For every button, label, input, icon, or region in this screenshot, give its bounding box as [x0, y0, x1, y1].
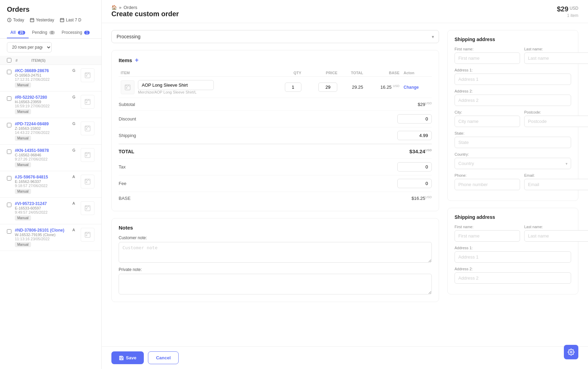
order-link[interactable]: #JS-59676-84815 [15, 175, 70, 179]
city-input[interactable] [455, 116, 520, 127]
order-link[interactable]: #VI-95723-31247 [15, 201, 70, 206]
discount-row: Discount [119, 110, 432, 127]
subtotal-row: Subtotal $29USD [119, 98, 432, 110]
price-cell [303, 77, 340, 98]
address2-input-2[interactable] [455, 272, 571, 284]
base-value: $16.25USD [411, 195, 432, 201]
state-input[interactable] [455, 137, 571, 148]
order-badge: Manual [15, 136, 31, 141]
order-link[interactable]: #KC-36689-28676 [15, 68, 70, 73]
save-button[interactable]: Save [111, 351, 144, 364]
today-filter[interactable]: Today [7, 18, 24, 22]
order-checkbox[interactable] [7, 96, 11, 101]
private-note-group: Private note: [119, 267, 432, 295]
table-row[interactable]: #JS-59676-84815 E-16562-96337 9:18:57 27… [0, 171, 101, 198]
order-date: 14:43:22 27/06/2022 [15, 130, 70, 135]
order-info: #RI-52292-57280 H-16563-23959 16:59:19 2… [15, 95, 70, 114]
order-checkbox[interactable] [7, 149, 11, 154]
table-row[interactable]: #PD-72244-08489 Z-16563-15802 14:43:22 2… [0, 118, 101, 145]
phone-label: Phone: [455, 173, 520, 177]
order-thumbnail [81, 122, 94, 135]
item-name-input[interactable] [138, 80, 214, 90]
first-name-input-2[interactable] [455, 230, 520, 242]
svg-point-18 [86, 182, 87, 183]
private-note-textarea[interactable] [119, 274, 432, 294]
table-row[interactable]: #RI-52292-57280 H-16563-23959 16:59:19 2… [0, 91, 101, 118]
order-link[interactable]: #PD-72244-08489 [15, 122, 70, 126]
address1-input[interactable] [455, 74, 571, 85]
rows-per-page-select[interactable]: 20 rows per page [7, 42, 52, 52]
address2-label-2: Address 2: [455, 267, 571, 271]
order-badge: Manual [15, 162, 31, 167]
email-label: Email: [524, 173, 588, 177]
tab-processing[interactable]: Processing 1 [58, 27, 93, 38]
first-name-group-2: First name: [455, 225, 520, 242]
tab-all-badge: 25 [18, 31, 25, 35]
order-link[interactable]: #ND-37806-26101 (Clone) [15, 228, 70, 233]
order-badge: Manual [15, 189, 31, 194]
postcode-input[interactable] [524, 116, 588, 127]
country-select[interactable]: Country [455, 158, 571, 169]
table-row[interactable]: #ND-37806-26101 (Clone) W-16532-79195 (C… [0, 224, 101, 251]
svg-rect-25 [120, 358, 122, 359]
first-name-input[interactable] [455, 52, 520, 64]
add-item-button[interactable]: + [135, 57, 139, 64]
table-row[interactable]: #VI-95723-31247 E-16533-60597 9:49:57 24… [0, 198, 101, 224]
yesterday-filter[interactable]: Yesterday [30, 18, 54, 22]
base-label: BASE [119, 196, 131, 201]
table-row[interactable]: #KC-36689-28676 O-16563-24751 17:12:31 2… [0, 65, 101, 91]
qty-input[interactable] [285, 82, 301, 92]
last7-filter[interactable]: Last 7 D [60, 18, 81, 22]
settings-fab[interactable] [564, 345, 578, 359]
order-checkbox[interactable] [7, 229, 11, 234]
discount-label: Discount [119, 116, 136, 122]
order-id: W-16532-79195 (Clone) [15, 233, 70, 237]
tab-inproc[interactable]: In Proc [93, 27, 94, 38]
order-thumbnail [81, 228, 94, 242]
address1-label: Address 1: [455, 68, 571, 72]
tax-row: Tax [119, 158, 432, 175]
order-checkbox[interactable] [7, 70, 11, 74]
order-link[interactable]: #RI-52292-57280 [15, 95, 70, 100]
order-id: Z-16563-15802 [15, 126, 70, 130]
change-item-button[interactable]: Change [403, 85, 419, 90]
last-name-input[interactable] [524, 52, 588, 64]
phone-email-row: Phone: Email: [455, 173, 571, 190]
sidebar-header: Orders Today Yesterday Last 7 D All 25 P… [0, 0, 101, 39]
subtotal-label: Subtotal [119, 102, 135, 107]
tab-pending[interactable]: Pending 0 [29, 27, 58, 38]
fee-input[interactable] [397, 179, 432, 188]
phone-input[interactable] [455, 179, 520, 190]
address2-input[interactable] [455, 95, 571, 106]
order-col-g: A [72, 228, 78, 232]
order-checkbox[interactable] [7, 176, 11, 181]
order-info: #ND-37806-26101 (Clone) W-16532-79195 (C… [15, 228, 70, 247]
cancel-button[interactable]: Cancel [148, 351, 179, 364]
discount-input[interactable] [397, 114, 432, 124]
phone-group: Phone: [455, 173, 520, 190]
last-name-input-2[interactable] [524, 230, 588, 242]
city-group: City: [455, 110, 520, 127]
fee-label: Fee [119, 181, 126, 186]
save-icon [119, 356, 124, 360]
select-all-checkbox[interactable] [7, 58, 11, 62]
price-input[interactable] [318, 82, 337, 92]
address1-input-2[interactable] [455, 251, 571, 263]
customer-note-textarea[interactable] [119, 242, 432, 263]
panel-footer: Save Cancel [102, 346, 588, 369]
tab-all[interactable]: All 25 [7, 27, 29, 38]
status-select[interactable]: Processing Pending Completed Cancelled [111, 30, 439, 43]
order-checkbox[interactable] [7, 123, 11, 127]
rows-per-page-section: 20 rows per page [0, 39, 101, 56]
order-link[interactable]: #KN-14351-59878 [15, 148, 70, 153]
price-display: $29 USD [557, 5, 578, 13]
order-checkbox[interactable] [7, 203, 11, 207]
email-input[interactable] [524, 179, 588, 190]
shipping-input[interactable] [397, 131, 432, 140]
table-row[interactable]: #KN-14351-59878 C-16562-96846 9:27:26 27… [0, 145, 101, 171]
shipping-row: Shipping [119, 127, 432, 144]
tax-label: Tax [119, 164, 126, 169]
last-name-label: Last name: [524, 47, 588, 51]
tax-input[interactable] [397, 162, 432, 172]
breadcrumb-orders[interactable]: Orders [123, 5, 137, 10]
